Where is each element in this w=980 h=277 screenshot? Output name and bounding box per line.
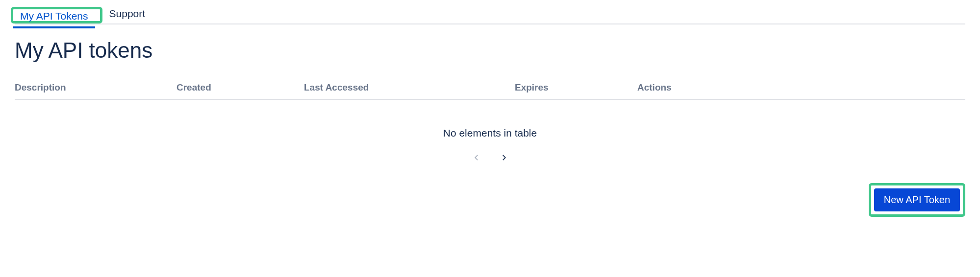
- chevron-right-icon: [499, 153, 509, 162]
- col-header-last-accessed: Last Accessed: [304, 82, 515, 93]
- col-header-expires: Expires: [515, 82, 637, 93]
- table-header-row: Description Created Last Accessed Expire…: [15, 82, 965, 100]
- tab-my-api-tokens[interactable]: My API Tokens: [13, 5, 95, 28]
- action-button-row: New API Token: [15, 183, 965, 217]
- tab-bar: My API Tokens Support: [15, 2, 965, 24]
- tab-support[interactable]: Support: [102, 3, 152, 24]
- tokens-table: Description Created Last Accessed Expire…: [15, 82, 965, 176]
- highlight-tab-my-api-tokens: My API Tokens: [11, 7, 102, 23]
- pager-next-button[interactable]: [497, 151, 511, 164]
- pager-prev-button[interactable]: [470, 151, 483, 164]
- new-api-token-button[interactable]: New API Token: [874, 188, 960, 211]
- col-header-actions: Actions: [637, 82, 965, 93]
- highlight-new-api-token: New API Token: [869, 183, 965, 217]
- col-header-description: Description: [15, 82, 176, 93]
- pagination: [15, 151, 965, 176]
- page-container: My API Tokens Support My API tokens Desc…: [0, 2, 980, 246]
- page-title: My API tokens: [15, 38, 965, 63]
- chevron-left-icon: [472, 153, 481, 162]
- col-header-created: Created: [176, 82, 304, 93]
- table-empty-message: No elements in table: [15, 100, 965, 151]
